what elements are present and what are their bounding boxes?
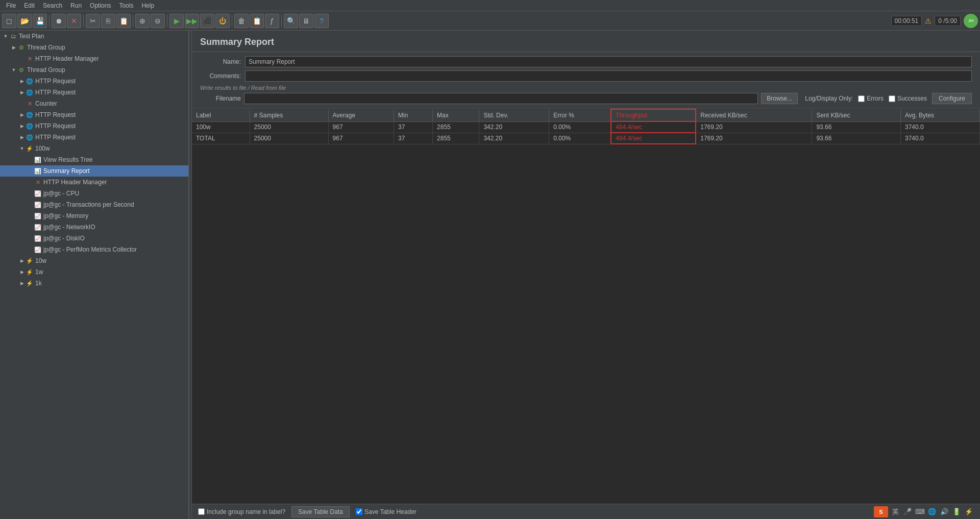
save-button[interactable]: 💾 — [33, 14, 47, 28]
sidebar-item-http-request-1[interactable]: ▶ 🌐 HTTP Request — [0, 76, 188, 87]
copy-button[interactable]: ⎘ — [101, 14, 115, 28]
row1-throughput: 484.4/sec — [611, 121, 696, 133]
errors-checkbox-label[interactable]: Errors — [858, 95, 884, 102]
toolbar: ◻ 📂 💾 ⏺ ✕ ✂ ⎘ 📋 ⊕ ⊖ ▶ ▶▶ ⬛ ⏻ 🗑 📋 ƒ 🔍 🖥 ?… — [0, 11, 980, 31]
functions-button[interactable]: ƒ — [265, 14, 279, 28]
sidebar-item-jp-diskio[interactable]: ▶ 📈 jp@gc - DiskIO — [0, 233, 188, 244]
expand-http-request-3-icon[interactable]: ▶ — [18, 112, 26, 117]
remote-button[interactable]: 🖥 — [299, 14, 313, 28]
sidebar-item-view-results-tree[interactable]: ▶ 📊 View Results Tree — [0, 154, 188, 165]
timer-display: 00:00:51 — [891, 16, 922, 26]
sidebar-item-http-request-3[interactable]: ▶ 🌐 HTTP Request — [0, 109, 188, 120]
10w-icon: ⚡ — [26, 257, 34, 265]
expand-http-request-4-icon[interactable]: ▶ — [18, 123, 26, 129]
sidebar-item-jp-cpu[interactable]: ▶ 📈 jp@gc - CPU — [0, 188, 188, 199]
battery-icon[interactable]: 🔋 — [951, 507, 962, 517]
expand-button[interactable]: ⊕ — [135, 14, 150, 28]
search-button[interactable]: 🔍 — [284, 14, 298, 28]
sidebar-item-1w[interactable]: ▶ ⚡ 1w — [0, 266, 188, 278]
menu-search[interactable]: Search — [39, 1, 66, 10]
menu-tools[interactable]: Tools — [115, 1, 137, 10]
menu-edit[interactable]: Edit — [20, 1, 39, 10]
jp-diskio-icon: 📈 — [34, 234, 42, 242]
save-table-header-checkbox[interactable] — [356, 508, 362, 515]
shutdown-button[interactable]: ⏻ — [215, 14, 230, 28]
sidebar-item-http-request-5[interactable]: ▶ 🌐 HTTP Request — [0, 132, 188, 143]
counter-icon: ✕ — [26, 100, 34, 108]
cut-button[interactable]: ✂ — [86, 14, 100, 28]
menu-run[interactable]: Run — [66, 1, 86, 10]
menu-help[interactable]: Help — [137, 1, 158, 10]
help-button[interactable]: ? — [314, 14, 329, 28]
menu-options[interactable]: Options — [86, 1, 115, 10]
collapse-button[interactable]: ⊖ — [151, 14, 165, 28]
save-table-header-label[interactable]: Save Table Header — [356, 508, 416, 515]
col-max: Max — [433, 109, 479, 121]
include-group-checkbox[interactable] — [198, 508, 205, 515]
record-button[interactable]: ⏺ — [52, 14, 66, 28]
browse-button[interactable]: Browse... — [761, 93, 798, 104]
sidebar-item-10w[interactable]: ▶ ⚡ 10w — [0, 255, 188, 266]
include-group-label[interactable]: Include group name in label? — [198, 508, 285, 515]
sidebar-item-summary-report[interactable]: ▶ 📊 Summary Report — [0, 165, 188, 177]
sidebar-item-http-header-manager-2[interactable]: ▶ ✕ HTTP Header Manager — [0, 177, 188, 188]
remove-button[interactable]: ✕ — [67, 14, 81, 28]
row1-sent-kb: 93.66 — [812, 121, 901, 133]
expand-http-request-2-icon[interactable]: ▶ — [18, 90, 26, 95]
expand-1k-icon[interactable]: ▶ — [18, 281, 26, 286]
clear-all-button[interactable]: 🗑 — [234, 14, 249, 28]
sidebar-item-http-request-4[interactable]: ▶ 🌐 HTTP Request — [0, 120, 188, 132]
sidebar-item-thread-group-1[interactable]: ▶ ⚙ Thread Group — [0, 42, 188, 53]
configure-button[interactable]: Configure — [932, 93, 972, 104]
lang-icon[interactable]: 英 — [890, 507, 900, 517]
row2-sent-kb: 93.66 — [812, 133, 901, 144]
expand-10w-icon[interactable]: ▶ — [18, 258, 26, 263]
row1-stddev: 342.20 — [479, 121, 549, 133]
network-icon[interactable]: 🌐 — [927, 507, 937, 517]
open-button[interactable]: 📂 — [17, 14, 32, 28]
row2-throughput: 484.4/sec — [611, 133, 696, 144]
successes-checkbox-label[interactable]: Successes — [889, 95, 927, 102]
successes-checkbox[interactable] — [889, 95, 895, 102]
expand-http-request-5-icon[interactable]: ▶ — [18, 135, 26, 140]
expand-http-request-1-icon[interactable]: ▶ — [18, 79, 26, 84]
start-no-pause-button[interactable]: ▶▶ — [185, 14, 199, 28]
expand-test-plan-icon[interactable]: ▼ — [2, 34, 9, 39]
expand-thread-group-2-icon[interactable]: ▼ — [10, 67, 17, 72]
menu-file[interactable]: File — [2, 1, 20, 10]
sidebar-item-jp-transactions[interactable]: ▶ 📈 jp@gc - Transactions per Second — [0, 199, 188, 210]
sidebar-item-thread-group-2[interactable]: ▼ ⚙ Thread Group — [0, 64, 188, 76]
stop-all-button[interactable]: ⬛ — [200, 14, 214, 28]
sidebar-item-100w[interactable]: ▼ ⚡ 100w — [0, 143, 188, 154]
expand-thread-group-1-icon[interactable]: ▶ — [10, 45, 17, 50]
write-results-label: Write results to file / Read from file — [200, 85, 972, 91]
new-button[interactable]: ◻ — [2, 14, 16, 28]
expand-100w-icon[interactable]: ▼ — [18, 146, 26, 151]
name-input[interactable] — [245, 56, 972, 67]
view-results-tree-label: View Results Tree — [43, 156, 93, 163]
sidebar-item-jp-networkio[interactable]: ▶ 📈 jp@gc - NetworkIO — [0, 221, 188, 233]
comments-input[interactable] — [245, 70, 972, 82]
volume-icon[interactable]: 🔊 — [939, 507, 949, 517]
log-button[interactable]: 📋 — [250, 14, 264, 28]
errors-checkbox[interactable] — [858, 95, 865, 102]
row2-min: 37 — [394, 133, 433, 144]
sidebar-item-test-plan[interactable]: ▼ 🗂 Test Plan — [0, 31, 188, 42]
toolbar-separator-5 — [232, 15, 232, 27]
sidebar-item-http-request-2[interactable]: ▶ 🌐 HTTP Request — [0, 87, 188, 98]
sidebar-item-counter[interactable]: ▶ ✕ Counter — [0, 98, 188, 109]
row2-received-kb: 1769.20 — [696, 133, 812, 144]
keyboard-icon[interactable]: ⌨ — [915, 507, 925, 517]
summary-report-icon: 📊 — [34, 167, 42, 175]
save-table-data-button[interactable]: Save Table Data — [291, 506, 350, 517]
sidebar-item-jp-memory[interactable]: ▶ 📈 jp@gc - Memory — [0, 210, 188, 221]
sidebar-item-jp-perfmon[interactable]: ▶ 📈 jp@gc - PerfMon Metrics Collector — [0, 244, 188, 255]
start-button[interactable]: ▶ — [169, 14, 184, 28]
filename-input[interactable] — [244, 93, 758, 104]
expand-1w-icon[interactable]: ▶ — [18, 269, 26, 275]
mic-icon[interactable]: 🎤 — [902, 507, 913, 517]
sidebar-item-http-header-manager-1[interactable]: ▶ ✕ HTTP Header Manager — [0, 53, 188, 64]
charge-icon[interactable]: ⚡ — [964, 507, 974, 517]
paste-button[interactable]: 📋 — [116, 14, 131, 28]
sidebar-item-1k[interactable]: ▶ ⚡ 1k — [0, 278, 188, 289]
